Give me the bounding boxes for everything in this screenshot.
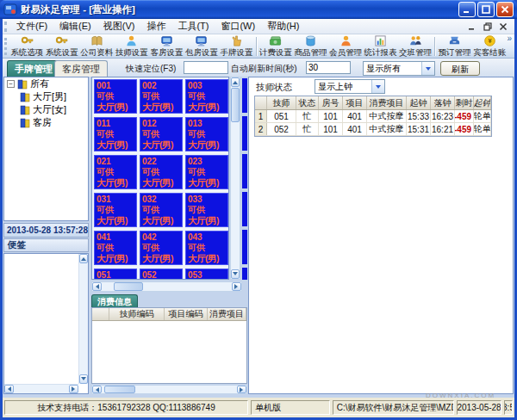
tech-status-select[interactable]: 显示上钟 bbox=[315, 79, 385, 94]
menu-item-file[interactable]: 文件(F) bbox=[10, 18, 53, 34]
menu-item-edit[interactable]: 编辑(E) bbox=[53, 18, 97, 34]
tech-col-header[interactable]: 起钟 bbox=[474, 96, 491, 109]
memo-textarea[interactable] bbox=[3, 253, 89, 394]
vscroll-thumb[interactable] bbox=[231, 88, 240, 122]
consume-info-tab[interactable]: 消费信息 bbox=[91, 294, 138, 307]
scroll-up-icon[interactable] bbox=[231, 77, 240, 87]
tile-011[interactable]: 011可供大厅(男) bbox=[94, 117, 137, 151]
tile-022[interactable]: 022可供大厅(男) bbox=[140, 155, 183, 189]
toolbar-button-sys-options[interactable]: 系统选项 bbox=[9, 34, 45, 58]
menu-item-tools[interactable]: 工具(T) bbox=[171, 18, 215, 34]
tree-collapse-icon[interactable]: − bbox=[7, 80, 15, 88]
tile-023[interactable]: 023可供大厅(男) bbox=[185, 155, 228, 189]
tree-item-1[interactable]: 大厅[女] bbox=[4, 103, 88, 116]
scroll-down-icon[interactable] bbox=[231, 269, 240, 279]
toolbar-overflow-icon[interactable]: » bbox=[507, 34, 514, 43]
tile-021[interactable]: 021可供大厅(男) bbox=[94, 155, 137, 189]
scroll-left-icon[interactable] bbox=[4, 385, 14, 393]
tab-room-manage[interactable]: 客房管理 bbox=[54, 60, 108, 77]
scroll-left-icon[interactable] bbox=[92, 282, 102, 291]
toolbar-button-booking-manage[interactable]: 预订管理 bbox=[437, 34, 472, 58]
tile-052[interactable]: 052可供大厅(男) bbox=[140, 269, 183, 280]
memo-hscrollbar[interactable] bbox=[4, 384, 78, 393]
toolbar-button-room-setup[interactable]: 客房设置 bbox=[149, 34, 184, 58]
scroll-right-icon[interactable] bbox=[69, 385, 78, 393]
memo-vscrollbar[interactable] bbox=[78, 254, 88, 384]
tech-col-header[interactable]: 剩时 bbox=[455, 96, 474, 109]
quick-locate-input[interactable] bbox=[184, 61, 228, 74]
toolbar-button-stats-report[interactable]: 统计报表 bbox=[363, 34, 398, 58]
tech-col-header[interactable]: 落钟 bbox=[431, 96, 455, 109]
cell: 401 bbox=[343, 110, 367, 122]
tech-col-header[interactable]: 房号 bbox=[319, 96, 343, 109]
tile-032[interactable]: 032可供大厅(男) bbox=[140, 193, 183, 227]
tech-table-row-1[interactable]: 1051忙101401中式按摩15:3316:23-459轮单 bbox=[255, 110, 491, 123]
consume-col-header[interactable]: 项目编码 bbox=[165, 308, 208, 320]
tile-053[interactable]: 053可供大厅(男) bbox=[185, 269, 228, 280]
tile-033[interactable]: 033可供大厅(男) bbox=[185, 193, 228, 227]
menu-item-window[interactable]: 窗口(W) bbox=[215, 18, 261, 34]
chevron-down-icon[interactable] bbox=[421, 62, 434, 75]
toolbar-button-guest-checkout[interactable]: ¥宾客结账 bbox=[472, 34, 508, 58]
toolbar-button-sys-settings[interactable]: 系统设置 bbox=[45, 34, 80, 58]
hscroll-thumb[interactable] bbox=[114, 282, 143, 291]
scroll-left-icon[interactable] bbox=[92, 386, 102, 393]
scroll-right-icon[interactable] bbox=[237, 386, 246, 393]
cell: -459 bbox=[455, 123, 474, 135]
tile-031[interactable]: 031可供大厅(男) bbox=[94, 193, 137, 227]
scroll-down-icon[interactable] bbox=[79, 374, 88, 384]
auto-refresh-input[interactable] bbox=[306, 61, 351, 74]
menu-item-view[interactable]: 视图(V) bbox=[97, 18, 141, 34]
mdi-restore-button[interactable] bbox=[481, 21, 494, 32]
display-filter-select[interactable]: 显示所有 bbox=[363, 61, 435, 76]
consume-col-header[interactable]: 消费项目 bbox=[208, 308, 246, 320]
tech-col-header[interactable]: 项目 bbox=[343, 96, 367, 109]
toolbar-button-member-manage[interactable]: 会员管理 bbox=[328, 34, 364, 58]
toolbar-button-goods-manage[interactable]: 商品管理 bbox=[293, 34, 328, 58]
consume-hscrollbar[interactable] bbox=[91, 385, 247, 394]
tile-grid-vscrollbar[interactable] bbox=[230, 77, 240, 280]
hand-icon bbox=[230, 34, 243, 47]
toolbar-button-shift-manage[interactable]: 交班管理 bbox=[398, 34, 433, 58]
tree-item-0[interactable]: 大厅[男] bbox=[4, 90, 88, 103]
tile-area: 大厅(男) bbox=[188, 102, 226, 112]
scroll-right-icon[interactable] bbox=[232, 282, 241, 291]
book-icon bbox=[90, 34, 103, 47]
tile-003[interactable]: 003可供大厅(男) bbox=[185, 79, 228, 114]
scroll-up-icon[interactable] bbox=[79, 254, 88, 263]
consume-col-header[interactable]: 技师编码 bbox=[109, 308, 165, 320]
tab-hand-card-manage[interactable]: 手牌管理 bbox=[7, 60, 60, 77]
minimize-button[interactable] bbox=[458, 2, 476, 17]
toolbar-button-private-room-setup[interactable]: 包房设置 bbox=[184, 34, 220, 58]
toolbar-button-company-info[interactable]: 公司资料 bbox=[79, 34, 115, 58]
toolbar-button-billing-setup[interactable]: 计费设置 bbox=[258, 34, 294, 58]
tile-001[interactable]: 001可供大厅(男) bbox=[94, 79, 137, 114]
tile-002[interactable]: 002可供大厅(男) bbox=[140, 79, 183, 114]
tech-col-header[interactable]: 起钟 bbox=[407, 96, 431, 109]
tile-041[interactable]: 041可供大厅(男) bbox=[94, 231, 137, 265]
tech-table-row-2[interactable]: 2052忙101401中式按摩15:3116:21-459轮单 bbox=[255, 123, 491, 136]
mdi-close-button[interactable] bbox=[496, 21, 509, 32]
chevron-down-icon[interactable] bbox=[371, 80, 384, 93]
tree-item-2[interactable]: 客房 bbox=[4, 116, 88, 129]
tile-043[interactable]: 043可供大厅(男) bbox=[185, 231, 228, 265]
tile-012[interactable]: 012可供大厅(男) bbox=[140, 117, 183, 151]
toolbar-button-hand-card-setup[interactable]: 手牌设置 bbox=[219, 34, 254, 58]
tech-col-header[interactable]: 状态 bbox=[296, 96, 319, 109]
tile-042[interactable]: 042可供大厅(男) bbox=[140, 231, 183, 265]
tile-013[interactable]: 013可供大厅(男) bbox=[185, 117, 228, 151]
toolbar-button-technician-setup[interactable]: 技师设置 bbox=[115, 34, 150, 58]
tile-grid-hscrollbar[interactable] bbox=[91, 281, 242, 292]
menu-item-operate[interactable]: 操作 bbox=[140, 18, 171, 34]
tile-051[interactable]: 051可供大厅(男) bbox=[94, 269, 137, 280]
tech-col-header[interactable]: 消费项目 bbox=[367, 96, 407, 109]
tile-status: 可供 bbox=[142, 167, 180, 177]
refresh-button[interactable]: 刷新 bbox=[440, 61, 480, 76]
menu-item-help[interactable]: 帮助(H) bbox=[261, 18, 305, 34]
close-button[interactable] bbox=[496, 2, 514, 17]
maximize-button[interactable] bbox=[477, 2, 495, 17]
tech-col-header[interactable]: 技师 bbox=[267, 96, 296, 109]
mdi-minimize-button[interactable] bbox=[465, 21, 478, 32]
hscroll-thumb[interactable] bbox=[104, 386, 135, 393]
tree-root[interactable]: − 所有 bbox=[4, 77, 88, 90]
